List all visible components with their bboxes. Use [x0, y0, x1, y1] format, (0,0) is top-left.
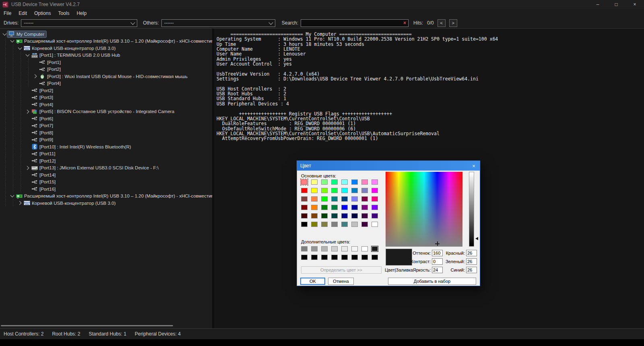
chevron-right-icon[interactable]: [25, 167, 30, 169]
basic-color-swatch[interactable]: [311, 179, 318, 185]
color-field-crosshair[interactable]: [435, 241, 440, 246]
basic-color-swatch[interactable]: [341, 222, 348, 227]
basic-color-swatch[interactable]: [372, 188, 378, 193]
tree-item[interactable]: [Port15]: [0, 179, 212, 186]
basic-color-swatch[interactable]: [372, 213, 378, 218]
basic-color-swatch[interactable]: [361, 222, 368, 227]
custom-color-swatch[interactable]: [351, 246, 358, 251]
hue-input[interactable]: [432, 250, 443, 256]
basic-color-swatch[interactable]: [301, 179, 308, 185]
basic-color-swatch[interactable]: [311, 196, 318, 202]
tree-item[interactable]: [Port14]: [0, 171, 212, 179]
custom-color-swatch[interactable]: [351, 255, 358, 260]
basic-color-swatch[interactable]: [321, 188, 328, 193]
tree-item[interactable]: Расширяемый хост-контроллер Intel(R) USB…: [0, 193, 212, 200]
tree-item[interactable]: [Port13] : JMicron External USB3.0 SCSI …: [0, 165, 212, 172]
basic-color-swatch[interactable]: [311, 213, 318, 218]
minimize-button[interactable]: –: [588, 0, 607, 9]
basic-color-swatch[interactable]: [331, 179, 338, 185]
tree-item[interactable]: [Port3] : Wuxi Instant USB Optical Mouse…: [0, 73, 212, 80]
basic-color-swatch[interactable]: [301, 205, 308, 210]
custom-color-swatch[interactable]: [321, 246, 328, 251]
tree-item[interactable]: HUB[Port1] : TERMINUS USB 2.0 USB Hub: [0, 52, 212, 59]
basic-color-swatch[interactable]: [351, 179, 358, 185]
menu-item-help[interactable]: Help: [73, 9, 90, 18]
close-button[interactable]: ×: [625, 0, 644, 9]
tree-item[interactable]: [Port6]: [0, 115, 212, 122]
tree-item[interactable]: [Port11]: [0, 150, 212, 158]
custom-color-swatch[interactable]: [331, 255, 338, 260]
tree-item[interactable]: My Computer: [0, 31, 212, 38]
blue-input[interactable]: [466, 267, 477, 273]
basic-color-swatch[interactable]: [351, 213, 358, 218]
horizontal-scrollbar[interactable]: [1, 325, 173, 326]
basic-color-swatch[interactable]: [361, 196, 368, 202]
add-to-custom-colors-button[interactable]: Добавить в набор: [388, 278, 476, 285]
chevron-down-icon[interactable]: [25, 54, 30, 56]
basic-color-swatch[interactable]: [341, 205, 348, 210]
chevron-right-icon[interactable]: [17, 202, 23, 204]
tree-item[interactable]: [Port12]: [0, 157, 212, 165]
basic-color-swatch[interactable]: [331, 196, 338, 202]
tree-item[interactable]: [Port3]: [0, 94, 212, 101]
tree-item[interactable]: [Port5] : BISON Составное USB устройство…: [0, 108, 212, 115]
basic-color-swatch[interactable]: [301, 213, 308, 218]
basic-color-swatch[interactable]: [321, 205, 328, 210]
menu-item-tools[interactable]: Tools: [54, 9, 73, 18]
custom-color-swatch[interactable]: [301, 246, 308, 251]
basic-color-swatch[interactable]: [341, 213, 348, 218]
custom-color-swatch[interactable]: [311, 246, 318, 251]
chevron-down-icon[interactable]: [9, 195, 15, 197]
basic-color-swatch[interactable]: [361, 188, 368, 193]
tree-item[interactable]: [Port2]: [0, 66, 212, 73]
basic-color-swatch[interactable]: [351, 196, 358, 202]
basic-color-swatch[interactable]: [372, 222, 378, 227]
hue-saturation-field[interactable]: [386, 172, 462, 247]
tree-item[interactable]: [Port1]: [0, 59, 212, 66]
basic-color-swatch[interactable]: [372, 179, 378, 185]
custom-color-swatch[interactable]: [361, 255, 368, 260]
custom-color-swatch[interactable]: [341, 255, 348, 260]
contrast-input[interactable]: [432, 258, 443, 265]
next-hit-button[interactable]: >: [449, 19, 457, 27]
red-input[interactable]: [466, 250, 477, 256]
menu-item-options[interactable]: Options: [31, 9, 54, 18]
cancel-button[interactable]: Отмена: [328, 278, 354, 285]
tree-item[interactable]: ROOTКорневой USB-концентратор (USB 3.0): [0, 45, 212, 52]
basic-color-swatch[interactable]: [361, 179, 368, 185]
custom-color-swatch[interactable]: [372, 246, 378, 251]
chevron-down-icon[interactable]: [9, 40, 15, 42]
brightness-input[interactable]: [432, 267, 443, 273]
basic-color-swatch[interactable]: [351, 188, 358, 193]
search-input[interactable]: ×: [301, 19, 409, 27]
chevron-down-icon[interactable]: [17, 47, 23, 49]
basic-color-swatch[interactable]: [341, 196, 348, 202]
tree-item[interactable]: ROOTКорневой USB-концентратор (USB 3.0): [0, 200, 212, 207]
chevron-down-icon[interactable]: [2, 33, 7, 35]
maximize-button[interactable]: □: [607, 0, 625, 9]
tree-item[interactable]: [Port16]: [0, 185, 212, 193]
luminance-bar[interactable]: [469, 172, 474, 247]
basic-color-swatch[interactable]: [372, 205, 378, 210]
clear-search-icon[interactable]: ×: [403, 21, 406, 25]
tree-item[interactable]: [Port7]: [0, 122, 212, 130]
basic-color-swatch[interactable]: [321, 213, 328, 218]
custom-color-swatch[interactable]: [331, 246, 338, 251]
basic-color-swatch[interactable]: [311, 205, 318, 210]
basic-color-swatch[interactable]: [341, 179, 348, 185]
basic-color-swatch[interactable]: [301, 196, 308, 202]
tree-item[interactable]: [Port4]: [0, 101, 212, 108]
basic-color-swatch[interactable]: [331, 205, 338, 210]
tree-item[interactable]: [Port2]: [0, 87, 212, 94]
luminance-slider-arrow[interactable]: [475, 237, 478, 240]
basic-color-swatch[interactable]: [351, 222, 358, 227]
chevron-right-icon[interactable]: [32, 75, 38, 78]
dialog-close-icon[interactable]: ×: [468, 161, 480, 171]
custom-color-swatch[interactable]: [341, 246, 348, 251]
basic-color-swatch[interactable]: [311, 188, 318, 193]
basic-color-swatch[interactable]: [341, 188, 348, 193]
basic-color-swatch[interactable]: [331, 188, 338, 193]
basic-color-swatch[interactable]: [331, 222, 338, 227]
green-input[interactable]: [466, 258, 477, 265]
menu-item-file[interactable]: File: [0, 9, 15, 18]
